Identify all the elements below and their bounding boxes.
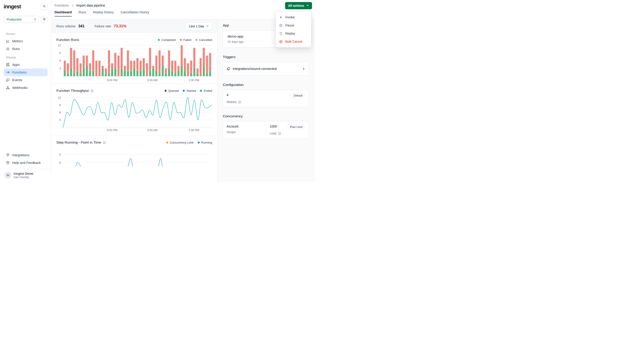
trigger-row[interactable]: integrations/source.connected (223, 62, 309, 76)
svg-text:3: 3 (59, 118, 61, 122)
breadcrumb-functions[interactable]: Functions (55, 4, 69, 7)
menu-item-pause[interactable]: Pause (276, 21, 311, 29)
info-icon[interactable] (238, 101, 241, 103)
concurrency-heading: Concurrency (223, 114, 309, 118)
legend-concurrency-limit: Concurrency Limit (166, 141, 194, 144)
svg-text:6: 6 (59, 161, 61, 164)
chevron-down-icon (206, 25, 209, 28)
sidebar-item-apps[interactable]: Apps (4, 61, 47, 69)
topbar: Functions Import data pipeline Dashboard… (51, 0, 314, 20)
sidebar-item-metrics[interactable]: Metrics (4, 37, 47, 45)
svg-text:6: 6 (59, 111, 61, 114)
chevron-right-icon (302, 67, 305, 70)
legend-dot (200, 90, 202, 92)
sidebar-nav: MonitorMetricsRunsManageAppsFunctionsEve… (4, 29, 47, 91)
info-icon[interactable] (103, 141, 106, 144)
plan-limit-badge: Plan Limit (287, 125, 305, 130)
concurrency-limit-label: Limit (270, 132, 277, 135)
svg-text:12: 12 (58, 44, 61, 47)
search-icon (43, 4, 46, 8)
legend-dot (195, 39, 197, 41)
legend-label: Cancelled (199, 38, 212, 42)
function-runs-legend: CompletedFailedCancelled (158, 38, 212, 42)
svg-text:1:00 PM: 1:00 PM (189, 79, 199, 82)
sliders-icon (43, 17, 46, 21)
tab-dashboard[interactable]: Dashboard (55, 10, 72, 16)
inngest-logo: inngest (4, 4, 21, 10)
sidebar-footer: IntegrationsHelp and Feedback IN Inngest… (4, 151, 47, 182)
svg-text:9: 9 (59, 103, 61, 107)
user-name: Dan Farrelly (13, 176, 33, 179)
retries-value: 4 (227, 93, 228, 97)
chevron-updown-icon (34, 18, 37, 21)
nav-section-label: Manage (6, 56, 47, 59)
search-button[interactable] (41, 3, 47, 10)
environment-selector[interactable]: Production (4, 16, 39, 23)
webhooks-icon (6, 86, 10, 90)
sidebar-item-runs[interactable]: Runs (4, 45, 47, 53)
functions-icon (6, 71, 10, 74)
breadcrumb: Functions Import data pipeline (51, 0, 314, 7)
legend-label: Concurrency Limit (170, 141, 194, 144)
replay-icon (279, 32, 283, 35)
all-actions-label: All actions (288, 4, 304, 7)
info-icon[interactable] (278, 132, 281, 135)
user-org: Inngest Demo (13, 172, 33, 176)
concurrency-scope-label: Scope (227, 130, 262, 134)
function-throughput-chart: 369129:00 PM3:30 AM1:00 PM (56, 95, 212, 136)
sidebar-item-functions[interactable]: Functions (4, 69, 47, 76)
sidebar-item-integrations[interactable]: Integrations (4, 151, 47, 159)
svg-text:9: 9 (59, 52, 61, 55)
menu-item-label: Pause (285, 23, 294, 27)
apps-icon (6, 63, 10, 67)
runs-volume-value: 341 (78, 24, 85, 28)
legend-dot (180, 39, 182, 41)
legend-label: Queued (168, 89, 179, 92)
configuration-heading: Configuration (223, 83, 309, 87)
menu-item-invoke[interactable]: Invoke (276, 13, 311, 21)
function-throughput-legend: QueuedStartedEnded (164, 89, 212, 92)
tab-runs[interactable]: Runs (79, 10, 86, 16)
sidebar-item-webhooks[interactable]: Webhooks (4, 84, 47, 91)
svg-text:9:00 PM: 9:00 PM (107, 79, 118, 82)
sidebar-item-label: Functions (12, 71, 26, 74)
stats-bar: Runs volume 341 Failure rate 73.31% Last… (51, 20, 217, 33)
step-running-section: Step Running - Point in Time Concurrency… (51, 136, 217, 166)
svg-text:9:00 PM: 9:00 PM (107, 129, 118, 132)
menu-item-label: Replay (285, 32, 295, 35)
legend-label: Started (186, 89, 196, 92)
tab-replay-history[interactable]: Replay history (93, 10, 114, 16)
legend-label: Completed (161, 38, 176, 42)
environment-filter-button[interactable] (41, 16, 47, 23)
info-icon[interactable] (91, 89, 94, 92)
triggers-heading: Triggers (223, 55, 309, 59)
retries-card: 4 Default Retries (223, 90, 309, 107)
sidebar-item-events[interactable]: Events (4, 76, 47, 84)
main-content: Runs volume 341 Failure rate 73.31% Last… (51, 20, 217, 182)
runs-volume-label: Runs volume (56, 24, 76, 28)
events-icon (6, 78, 10, 82)
time-range-selector[interactable]: Last 1 Day (186, 22, 212, 30)
runs-icon (6, 47, 10, 51)
all-actions-button[interactable]: All actions (285, 2, 312, 9)
function-throughput-title: Function Throughput (56, 89, 89, 93)
legend-queued: Queued (164, 89, 179, 92)
legend-running: Running (198, 141, 212, 144)
user-menu[interactable]: IN Inngest Demo Dan Farrelly (4, 169, 47, 182)
bolt-icon (279, 16, 283, 19)
legend-dot (183, 90, 185, 92)
legend-ended: Ended (200, 89, 212, 92)
legend-label: Failed (183, 38, 191, 42)
menu-item-bulk-cancel[interactable]: Bulk Cancel (276, 38, 311, 46)
step-running-title: Step Running - Point in Time (56, 140, 101, 144)
tab-cancellation-history[interactable]: Cancellation history (121, 10, 149, 16)
tab-bar: DashboardRunsReplay historyCancellation … (51, 10, 314, 16)
concurrency-scope-value: Account (227, 125, 262, 128)
pause-icon (279, 24, 283, 27)
chevron-up-icon (306, 4, 309, 7)
menu-item-replay[interactable]: Replay (276, 29, 311, 38)
legend-dot (158, 39, 160, 41)
sidebar-item-help-and-feedback[interactable]: Help and Feedback (4, 159, 47, 167)
menu-item-label: Invoke (285, 15, 295, 19)
sidebar-item-label: Metrics (12, 39, 23, 43)
